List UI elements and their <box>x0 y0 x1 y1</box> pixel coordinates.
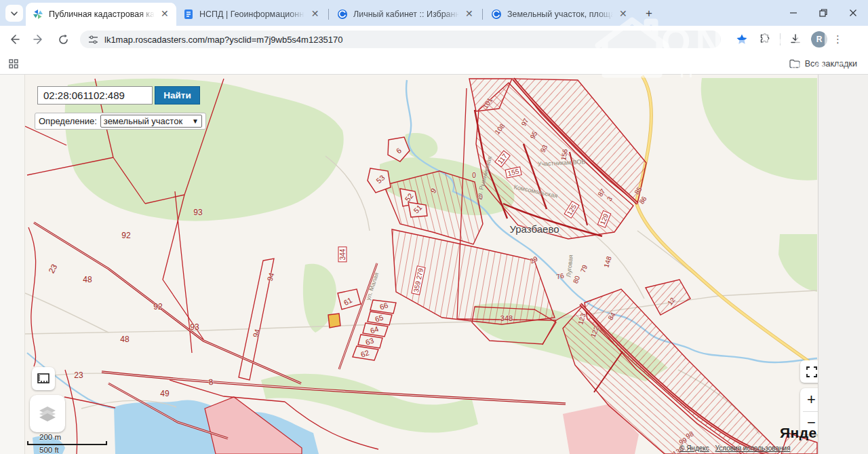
apps-grid-icon[interactable] <box>9 59 18 69</box>
minimize-icon <box>789 9 797 17</box>
close-icon <box>849 9 857 17</box>
tab-close-icon[interactable]: ✕ <box>310 9 320 20</box>
tab-title: Личный кабинет :: Избранные <box>353 10 459 19</box>
scale-m-line <box>27 441 107 445</box>
tab-separator <box>328 9 329 20</box>
chevron-down-icon: ▼ <box>192 117 199 125</box>
site-settings-icon[interactable] <box>88 35 98 45</box>
download-icon <box>789 33 802 45</box>
tab-title: Земельный участок, площадь <box>507 10 613 19</box>
browser-tab[interactable]: Публичная кадастровая карта✕ <box>26 3 176 26</box>
extensions-button[interactable] <box>755 30 774 49</box>
fullscreen-icon <box>806 366 817 377</box>
layers-icon <box>37 404 58 423</box>
cadastral-number-input[interactable] <box>37 86 153 105</box>
toolbar-divider <box>780 33 781 45</box>
address-bar[interactable]: lk1map.roscadasters.com/map?ysclid=m7j9w… <box>80 31 721 48</box>
doc-favicon-icon <box>183 9 194 20</box>
fullscreen-button[interactable] <box>800 360 818 383</box>
window-minimize-button[interactable] <box>778 0 808 26</box>
map-left-gutter <box>0 75 25 454</box>
yandex-logo[interactable]: Яндекс <box>780 425 818 441</box>
reload-icon <box>58 34 69 45</box>
cadastral-search-panel: Найти <box>37 86 200 105</box>
swirl-favicon-icon <box>491 9 502 20</box>
scale-m-label: 200 m <box>27 433 107 441</box>
attribution-terms-link[interactable]: Условия использования <box>715 444 791 452</box>
definition-panel: Определение: земельный участок ▼ <box>35 113 206 130</box>
browser-tab[interactable]: Личный кабинет :: Избранные✕ <box>330 3 481 26</box>
find-button[interactable]: Найти <box>155 86 200 105</box>
browser-tab[interactable]: Земельный участок, площадь✕ <box>484 3 635 26</box>
back-icon <box>8 33 20 45</box>
tab-search-button[interactable] <box>5 5 23 22</box>
tab-strip: Публичная кадастровая карта✕НСПД | Геоин… <box>0 0 868 26</box>
tabs-container: Публичная кадастровая карта✕НСПД | Геоин… <box>26 0 658 26</box>
window-controls <box>778 0 868 26</box>
forward-icon <box>33 33 45 45</box>
tab-close-icon[interactable]: ✕ <box>618 9 628 20</box>
ruler-icon <box>37 373 50 385</box>
definition-select[interactable]: земельный участок ▼ <box>100 115 202 128</box>
browser-toolbar: lk1map.roscadasters.com/map?ysclid=m7j9w… <box>0 26 868 53</box>
all-bookmarks-button[interactable]: Все закладки <box>789 53 857 75</box>
toolbar-actions: R ⋮ <box>730 30 848 49</box>
attribution-copyright[interactable]: © Яндекс <box>679 444 709 452</box>
definition-value: земельный участок <box>104 116 182 126</box>
window-close-button[interactable] <box>838 0 868 26</box>
tab-separator <box>482 9 483 20</box>
selected-parcel[interactable] <box>328 314 340 328</box>
reload-button[interactable] <box>53 29 73 50</box>
map-attribution: © Яндекс Условия использования <box>679 444 791 452</box>
page-right-margin <box>818 75 868 454</box>
tab-close-icon[interactable]: ✕ <box>160 9 170 20</box>
url-text[interactable]: lk1map.roscadasters.com/map?ysclid=m7j9w… <box>104 35 343 45</box>
swirl-favicon-icon <box>337 9 348 20</box>
scale-ft-label: 500 ft <box>27 446 107 454</box>
zoom-in-button[interactable]: + <box>800 388 818 411</box>
scale-bar: 200 m 500 ft <box>27 433 107 454</box>
tab-title: Публичная кадастровая карта <box>49 10 155 19</box>
forward-button[interactable] <box>28 29 49 50</box>
bookmarks-bar: Все закладки <box>0 53 868 75</box>
back-button[interactable] <box>4 29 24 50</box>
map-canvas[interactable] <box>25 75 818 454</box>
cadastral-map-viewport[interactable]: 9293482392934894942349865352519344616665… <box>0 75 818 454</box>
new-tab-button[interactable]: + <box>640 5 658 22</box>
folder-icon <box>789 59 800 69</box>
chevron-down-icon <box>10 10 18 18</box>
restore-icon <box>819 9 827 17</box>
tab-title: НСПД | Геоинформационный <box>199 10 304 19</box>
measure-button[interactable] <box>32 367 55 390</box>
bookmark-star-button[interactable] <box>732 30 751 49</box>
browser-window: Публичная кадастровая карта✕НСПД | Геоин… <box>0 0 868 454</box>
profile-avatar[interactable]: R <box>811 31 827 48</box>
all-bookmarks-label: Все закладки <box>805 59 857 69</box>
puzzle-icon <box>759 33 771 45</box>
tab-close-icon[interactable]: ✕ <box>465 9 474 20</box>
layers-button[interactable] <box>30 395 65 432</box>
browser-menu-button[interactable]: ⋮ <box>833 33 843 45</box>
pkk-favicon-icon <box>33 9 43 20</box>
definition-label: Определение: <box>39 116 97 126</box>
downloads-button[interactable] <box>786 30 805 49</box>
star-icon <box>736 33 748 45</box>
browser-tab[interactable]: НСПД | Геоинформационный✕ <box>176 3 327 26</box>
window-restore-button[interactable] <box>808 0 838 26</box>
